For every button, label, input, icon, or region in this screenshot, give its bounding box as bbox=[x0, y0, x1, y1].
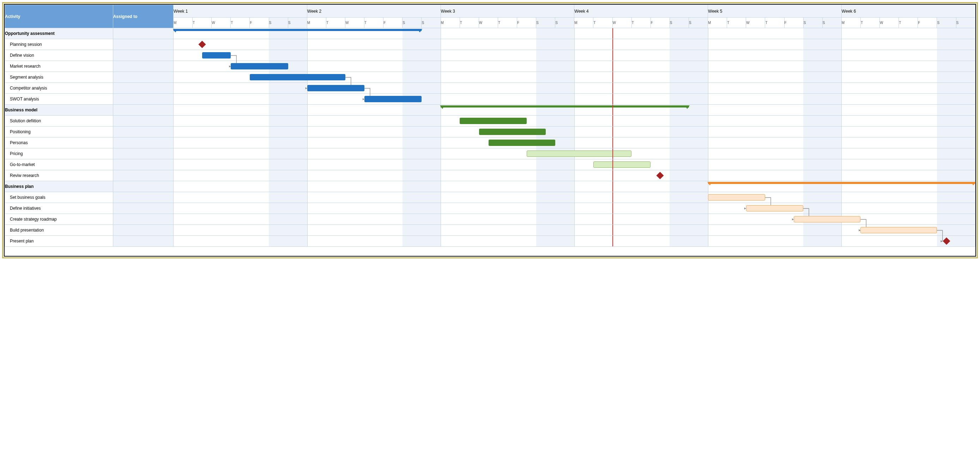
task-bar[interactable] bbox=[527, 151, 632, 157]
milestone-diamond[interactable] bbox=[199, 41, 206, 48]
task-bar[interactable] bbox=[364, 96, 422, 102]
task-bar[interactable] bbox=[488, 140, 555, 146]
day-header: S bbox=[422, 17, 441, 28]
day-header: S bbox=[536, 17, 555, 28]
gantt-row: Go-to-market bbox=[5, 159, 975, 170]
chart-cell bbox=[173, 203, 975, 214]
gantt-row: Segment analysis bbox=[5, 72, 975, 83]
assigned-cell bbox=[113, 225, 173, 236]
task-bar[interactable] bbox=[746, 205, 803, 211]
chart-cell bbox=[173, 225, 975, 236]
assigned-cell bbox=[113, 170, 173, 181]
chart-cell bbox=[173, 214, 975, 225]
today-line bbox=[612, 170, 613, 181]
assigned-cell bbox=[113, 39, 173, 50]
footer-text bbox=[5, 247, 975, 256]
chart-cell bbox=[173, 39, 975, 50]
day-header: W bbox=[345, 17, 364, 28]
day-header: F bbox=[918, 17, 937, 28]
day-header: F bbox=[383, 17, 402, 28]
day-header: W bbox=[746, 17, 765, 28]
gantt-row: Reviw research bbox=[5, 170, 975, 181]
day-header: T bbox=[231, 17, 250, 28]
assigned-cell bbox=[113, 50, 173, 61]
activity-label: Set business goals bbox=[5, 192, 113, 203]
day-header: T bbox=[727, 17, 746, 28]
task-bar[interactable] bbox=[794, 216, 861, 222]
chart-cell bbox=[173, 50, 975, 61]
assigned-cell bbox=[113, 61, 173, 72]
task-bar[interactable] bbox=[202, 52, 231, 59]
activity-label: Personas bbox=[5, 138, 113, 148]
gantt-row: SWOT analysis bbox=[5, 94, 975, 105]
chart-cell bbox=[173, 116, 975, 127]
chart-cell bbox=[173, 138, 975, 148]
assigned-cell bbox=[113, 203, 173, 214]
task-bar[interactable] bbox=[250, 74, 345, 80]
today-line bbox=[612, 83, 613, 94]
gantt-row: Define initiatives bbox=[5, 203, 975, 214]
assigned-cell bbox=[113, 28, 173, 39]
gantt-row: Competitor analysis bbox=[5, 83, 975, 94]
activity-label: Create strategy roadmap bbox=[5, 214, 113, 225]
gantt-row: Market research bbox=[5, 61, 975, 72]
activity-label: Present plan bbox=[5, 236, 113, 247]
day-header: S bbox=[288, 17, 307, 28]
day-header: S bbox=[269, 17, 288, 28]
activity-label: SWOT analysis bbox=[5, 94, 113, 105]
task-bar[interactable] bbox=[708, 194, 765, 200]
gantt-row: Present plan bbox=[5, 236, 975, 247]
chart-cell bbox=[173, 28, 975, 39]
today-line bbox=[612, 72, 613, 83]
activity-label: Build presentation bbox=[5, 225, 113, 236]
milestone-diamond[interactable] bbox=[657, 171, 664, 179]
activity-label: Define vision bbox=[5, 50, 113, 61]
assigned-cell bbox=[113, 72, 173, 83]
today-line bbox=[612, 148, 613, 159]
task-bar[interactable] bbox=[307, 85, 364, 91]
assigned-cell bbox=[113, 127, 173, 138]
gantt-row: Business plan bbox=[5, 181, 975, 192]
gantt-row: Build presentation bbox=[5, 225, 975, 236]
gantt-row: Positioning bbox=[5, 127, 975, 138]
gantt-row: Personas bbox=[5, 138, 975, 148]
activity-label: Market research bbox=[5, 61, 113, 72]
assigned-cell bbox=[113, 214, 173, 225]
task-bar[interactable] bbox=[861, 227, 937, 233]
activity-label: Positioning bbox=[5, 127, 113, 138]
chart-cell bbox=[173, 181, 975, 192]
chart-cell bbox=[173, 61, 975, 72]
week-header-6: Week 6 bbox=[842, 5, 975, 17]
header-assigned: Assigned to bbox=[113, 5, 173, 28]
task-bar[interactable] bbox=[231, 63, 288, 70]
chart-cell bbox=[173, 170, 975, 181]
week-header-1: Week 1 bbox=[173, 5, 307, 17]
task-bar[interactable] bbox=[479, 129, 546, 135]
assigned-cell bbox=[113, 236, 173, 247]
today-line bbox=[612, 50, 613, 60]
chart-cell bbox=[173, 83, 975, 94]
group-bracket bbox=[708, 182, 975, 185]
assigned-cell bbox=[113, 181, 173, 192]
day-header: T bbox=[765, 17, 784, 28]
day-header: M bbox=[307, 17, 326, 28]
today-line bbox=[612, 159, 613, 170]
day-header: W bbox=[880, 17, 899, 28]
chart-cell bbox=[173, 127, 975, 138]
assigned-cell bbox=[113, 105, 173, 116]
day-header: T bbox=[498, 17, 517, 28]
day-header: T bbox=[326, 17, 345, 28]
task-bar[interactable] bbox=[460, 118, 527, 124]
day-header: S bbox=[555, 17, 574, 28]
today-line bbox=[612, 225, 613, 235]
day-header: M bbox=[574, 17, 593, 28]
chart-cell bbox=[173, 192, 975, 203]
task-bar[interactable] bbox=[593, 162, 651, 168]
today-line bbox=[612, 127, 613, 137]
outer-frame: ActivityAssigned toWeek 1Week 2Week 3Wee… bbox=[2, 2, 978, 258]
day-header: S bbox=[803, 17, 822, 28]
today-line bbox=[612, 192, 613, 203]
day-header: S bbox=[670, 17, 689, 28]
day-header: S bbox=[689, 17, 708, 28]
assigned-cell bbox=[113, 138, 173, 148]
